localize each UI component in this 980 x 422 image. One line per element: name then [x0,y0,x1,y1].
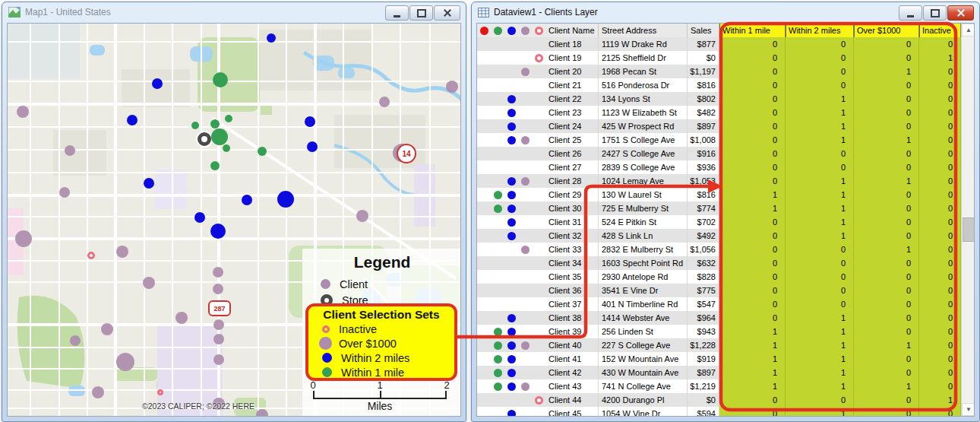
within2-client-marker[interactable] [267,33,276,43]
map-content[interactable]: 14 287 Legend Client Store [7,23,461,417]
within1-client-marker[interactable] [211,129,228,145]
table-row[interactable]: Client 201968 Pecan St$1,1970010 [477,65,961,78]
selection-header-within1[interactable] [491,24,504,37]
table-row[interactable]: Client 31524 E Pitkin St$7020100 [477,215,961,229]
table-row[interactable]: Client 43741 N College Ave$1,2191110 [477,379,961,393]
within2-client-marker[interactable] [127,115,138,125]
client-marker[interactable] [175,312,188,324]
store-marker[interactable] [198,132,211,146]
table-row[interactable]: Client 451054 W Vine Dr$5940100 [477,407,961,416]
table-row[interactable]: Client 30725 E Mulberry St$7741100 [477,201,961,215]
close-button[interactable] [947,5,974,21]
table-row[interactable]: Client 29130 W Laurel St$8161100 [477,188,961,201]
selection-header-inactive[interactable] [532,24,545,37]
client-marker[interactable] [379,97,390,107]
client-marker[interactable] [213,334,224,344]
client-marker[interactable] [101,323,113,335]
table-row[interactable]: Client 332832 E Mulberry St$1,0560010 [477,243,961,256]
column-header-within-2-miles[interactable]: Within 2 miles [786,24,854,37]
client-name: Client 27 [545,160,599,174]
within1-client-marker[interactable] [213,72,228,87]
table-row[interactable]: Client 192125 Sheffield Dr$00001 [477,51,961,65]
table-row[interactable]: Client 381414 Webster Ave$9640100 [477,311,961,325]
client-marker[interactable] [116,353,134,371]
table-row[interactable]: Client 22134 Lyons St$8020100 [477,92,961,106]
selection-header-red[interactable] [477,24,491,37]
within2-client-marker[interactable] [307,141,318,152]
inactive-client-marker[interactable] [87,252,95,259]
table-row[interactable]: Client 32428 S Link Ln$4920100 [477,229,961,243]
client-marker[interactable] [17,106,29,118]
scrollbar-thumb[interactable] [963,217,975,242]
column-header-sales[interactable]: Sales [688,24,719,37]
minimize-button[interactable] [899,5,922,21]
selection-header-over1000[interactable] [518,24,532,37]
client-marker[interactable] [143,277,155,289]
over1000-dot-icon [521,136,530,144]
over-1000-value: 0 [854,407,919,416]
client-marker[interactable] [70,335,81,346]
vertical-scrollbar[interactable]: ▲ ▼ [961,24,975,416]
map-canvas[interactable]: 14 287 Legend Client Store [8,24,460,416]
client-marker[interactable] [213,319,224,330]
client-marker[interactable] [446,81,458,93]
column-header-inactive[interactable]: Inactive [919,24,961,37]
table-row[interactable]: Client 262427 S College Ave$9160000 [477,147,961,160]
within2-client-marker[interactable] [152,78,163,89]
within2-client-marker[interactable] [305,116,315,127]
scroll-down-button[interactable]: ▼ [962,403,975,416]
client-marker[interactable] [65,145,75,156]
table-row[interactable]: Client 40227 S College Ave$1,2281110 [477,338,961,352]
client-marker[interactable] [213,284,223,294]
within2-client-marker[interactable] [242,195,252,205]
client-marker[interactable] [116,246,128,258]
maximize-button[interactable] [409,5,433,21]
client-marker[interactable] [256,409,268,417]
table-row[interactable]: Client 444200 Durango Pl$00001 [477,393,961,407]
column-header-over-1000[interactable]: Over $1000 [854,24,919,37]
within1-client-marker[interactable] [225,115,232,122]
table-row[interactable]: Client 42430 W Mountain Ave$8971100 [477,366,961,379]
selection-header-within2[interactable] [504,24,518,37]
within2-client-marker[interactable] [277,191,294,208]
column-header-within-1-mile[interactable]: Within 1 mile [719,24,786,37]
client-marker[interactable] [356,210,368,222]
table-row[interactable]: Client 363541 E Vine Dr$7750000 [477,284,961,297]
table-row[interactable]: Client 341603 Specht Point Rd$6320000 [477,256,961,270]
map-window-titlebar[interactable]: Map1 - United States [2,2,466,22]
within2-client-marker[interactable] [144,178,154,189]
table-row[interactable]: Client 352930 Antelope Rd$8280000 [477,270,961,284]
within1-client-marker[interactable] [210,119,220,129]
table-row[interactable]: Client 272839 S College Ave$9360000 [477,160,961,174]
column-header-street-address[interactable]: Street Address [599,24,688,37]
within2-client-marker[interactable] [194,212,205,223]
scroll-up-button[interactable]: ▲ [962,24,975,36]
sales-value: $919 [688,352,719,366]
maximize-button[interactable] [923,5,947,21]
within1-client-marker[interactable] [223,144,230,152]
dataview-window-titlebar[interactable]: Dataview1 - Clients Layer [472,2,979,22]
minimize-button[interactable] [385,5,409,21]
within1-client-marker[interactable] [191,122,199,129]
client-marker[interactable] [213,354,224,365]
table-row[interactable]: Client 231123 W Elizabeth St$4820100 [477,106,961,119]
table-row[interactable]: Client 41152 W Mountain Ave$9191100 [477,352,961,366]
client-marker[interactable] [92,386,104,398]
within2-client-marker[interactable] [210,224,226,239]
table-row[interactable]: Client 39256 Linden St$9431100 [477,325,961,338]
table-row[interactable]: Client 24425 W Prospect Rd$8970100 [477,119,961,133]
table-row[interactable]: Client 21516 Ponderosa Dr$8160000 [477,78,961,92]
client-marker[interactable] [59,187,70,198]
set-indicator-cell [491,65,504,78]
inactive-client-marker[interactable] [157,389,163,395]
table-row[interactable]: Client 281024 Lemay Ave$1,0530110 [477,174,961,188]
column-header-client-name[interactable]: Client Name [545,24,599,37]
table-row[interactable]: Client 181119 W Drake Rd$8770000 [477,37,961,51]
client-marker[interactable] [213,267,223,278]
table-row[interactable]: Client 37401 N Timberline Rd$5470000 [477,297,961,311]
within1-client-marker[interactable] [258,147,267,156]
close-button[interactable] [434,5,460,21]
table-row[interactable]: Client 251751 S College Ave$1,0080110 [477,133,961,147]
client-marker[interactable] [15,230,32,247]
within1-client-marker[interactable] [210,161,220,170]
